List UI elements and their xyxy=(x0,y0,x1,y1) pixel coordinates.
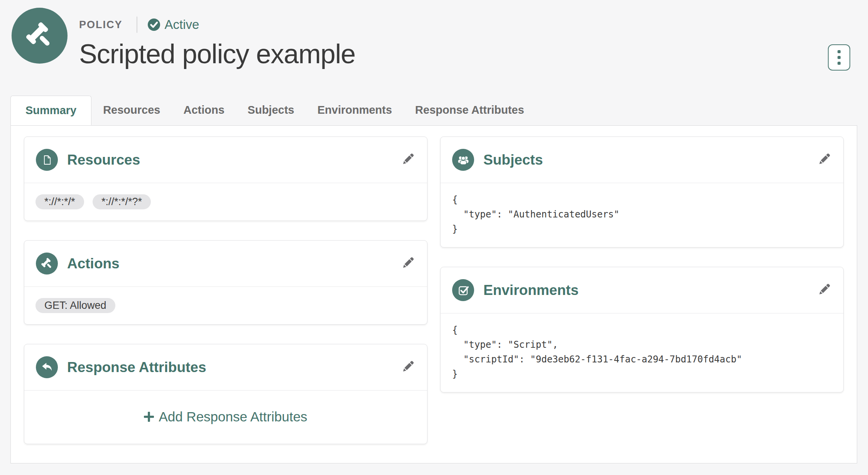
check-square-icon xyxy=(457,284,470,297)
actions-card: Actions GET: Allowed xyxy=(24,240,427,325)
environments-card: Environments { "type": "Script", "scrip xyxy=(440,267,844,392)
kebab-icon xyxy=(838,50,841,65)
check-circle-icon xyxy=(147,18,160,31)
actions-avatar xyxy=(36,253,58,275)
policy-type-label: POLICY xyxy=(79,19,123,31)
environments-avatar xyxy=(452,279,474,301)
resources-card: Resources *://*:*/* *://*:*/*?* xyxy=(24,136,427,221)
left-column: Resources *://*:*/* *://*:*/*?* xyxy=(24,136,427,463)
response-attributes-card: Response Attributes xyxy=(24,344,427,444)
tab-resources[interactable]: Resources xyxy=(91,96,172,125)
add-response-attributes-button[interactable]: Add Response Attributes xyxy=(144,409,307,424)
pencil-icon xyxy=(402,360,414,373)
pencil-icon xyxy=(402,153,414,165)
header-divider xyxy=(137,17,137,33)
gavel-icon xyxy=(24,20,55,51)
subjects-card-title: Subjects xyxy=(483,152,543,168)
status-label: Active xyxy=(165,17,199,32)
response-attributes-card-title: Response Attributes xyxy=(67,359,206,376)
subjects-json: { "type": "AuthenticatedUsers" } xyxy=(452,192,832,236)
summary-tab-pane: Resources *://*:*/* *://*:*/*?* xyxy=(10,126,857,463)
edit-subjects-button[interactable] xyxy=(816,152,832,168)
gavel-icon xyxy=(41,257,54,270)
kebab-menu-button[interactable] xyxy=(828,44,850,71)
status-badge: Active xyxy=(147,17,199,32)
tab-actions[interactable]: Actions xyxy=(172,96,236,125)
edit-environments-button[interactable] xyxy=(816,282,832,298)
file-icon xyxy=(41,154,53,166)
page-header: POLICY Active Scripted policy example xyxy=(0,0,868,71)
pencil-icon xyxy=(818,153,830,165)
edit-actions-button[interactable] xyxy=(400,255,415,272)
edit-resources-button[interactable] xyxy=(400,152,415,168)
tab-environments[interactable]: Environments xyxy=(306,96,404,125)
action-tag: GET: Allowed xyxy=(35,298,115,313)
tab-response-attributes[interactable]: Response Attributes xyxy=(404,96,536,125)
pencil-icon xyxy=(818,283,830,296)
header-text: POLICY Active Scripted policy example xyxy=(79,8,355,69)
policy-avatar xyxy=(12,8,68,64)
tab-summary[interactable]: Summary xyxy=(10,96,91,125)
edit-response-attributes-button[interactable] xyxy=(400,359,415,376)
plus-icon xyxy=(144,412,154,422)
environments-card-title: Environments xyxy=(483,282,579,298)
tab-bar: Summary Resources Actions Subjects Envir… xyxy=(10,96,857,126)
resources-card-title: Resources xyxy=(67,152,140,168)
add-response-attributes-label: Add Response Attributes xyxy=(159,409,307,424)
resources-avatar xyxy=(36,149,58,171)
pencil-icon xyxy=(402,257,414,269)
resource-pattern-tag: *://*:*/*?* xyxy=(93,194,151,209)
users-icon xyxy=(456,153,470,167)
subjects-avatar xyxy=(452,149,474,171)
subjects-card: Subjects { "type": "AuthenticatedUsers" … xyxy=(440,136,844,248)
environments-json: { "type": "Script", "scriptId": "9de3eb6… xyxy=(452,323,832,381)
right-column: Subjects { "type": "AuthenticatedUsers" … xyxy=(440,136,844,412)
response-attributes-avatar xyxy=(36,356,58,378)
page-title: Scripted policy example xyxy=(79,39,355,69)
reply-icon xyxy=(41,361,54,374)
tab-subjects[interactable]: Subjects xyxy=(236,96,306,125)
actions-card-title: Actions xyxy=(67,256,120,272)
resource-pattern-tag: *://*:*/* xyxy=(35,194,84,209)
